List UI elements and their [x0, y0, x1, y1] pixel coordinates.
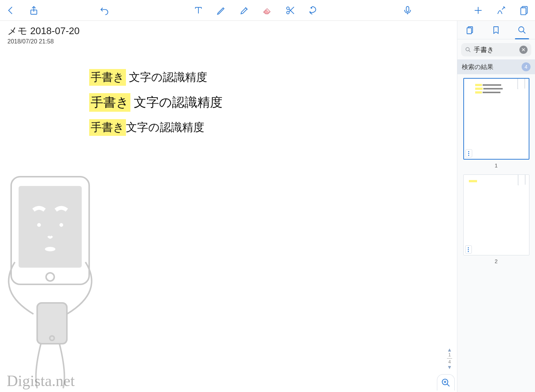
- svg-point-11: [59, 223, 63, 227]
- text-tool-button[interactable]: [192, 4, 205, 17]
- add-button[interactable]: [472, 4, 484, 17]
- page-total: 4: [444, 359, 455, 365]
- svg-rect-17: [467, 28, 471, 34]
- scissors-tool-button[interactable]: [284, 4, 297, 17]
- note-canvas[interactable]: メモ 2018-07-20 2018/07/20 21:58 手書き 文字の認識…: [0, 21, 457, 392]
- page-down-button[interactable]: ▼: [444, 365, 455, 370]
- note-timestamp: 2018/07/20 21:58: [7, 38, 450, 45]
- page-up-button[interactable]: ▲: [444, 347, 455, 352]
- svg-rect-13: [37, 303, 67, 344]
- bookmark-ribbon-icon: [518, 79, 525, 89]
- handwriting-line-1: 手書き 文字の認識精度: [89, 69, 207, 86]
- mic-button[interactable]: [401, 4, 414, 17]
- results-label: 検索の結果: [462, 63, 493, 71]
- page-options-button[interactable]: [465, 245, 472, 254]
- note-header: メモ 2018-07-20 2018/07/20 21:58: [0, 21, 457, 46]
- watermark-text: Digista.net: [7, 372, 75, 390]
- page-thumbnail-2[interactable]: [463, 174, 529, 255]
- back-button[interactable]: [4, 4, 17, 17]
- bookmark-ribbon-icon: [518, 175, 525, 185]
- thumbnail-list: 1 2: [457, 74, 535, 274]
- undo-button[interactable]: [98, 4, 111, 17]
- sidebar-tabs: [457, 21, 535, 39]
- handwriting-line-3: 手書き文字の認識精度: [89, 119, 204, 136]
- mascot-illustration: [0, 169, 111, 392]
- zoom-in-button[interactable]: [437, 374, 455, 391]
- page-navigator: ▲ 1 4 ▼: [444, 347, 455, 370]
- svg-point-10: [37, 223, 41, 227]
- search-query-text: 手書き: [474, 45, 519, 54]
- search-icon: [465, 46, 471, 53]
- pages-panel-button[interactable]: [518, 4, 531, 17]
- top-toolbar: [0, 0, 535, 21]
- pen-tool-button[interactable]: [215, 4, 228, 17]
- svg-point-1: [287, 7, 289, 9]
- note-title: メモ 2018-07-20: [7, 24, 450, 37]
- svg-rect-4: [406, 6, 409, 12]
- page-options-button[interactable]: [466, 149, 472, 157]
- share-button[interactable]: [27, 4, 40, 17]
- bookmarks-tab[interactable]: [490, 24, 502, 36]
- eraser-tool-button[interactable]: [261, 4, 274, 17]
- thumbnail-number: 1: [461, 163, 531, 169]
- svg-point-2: [287, 11, 289, 14]
- settings-button[interactable]: [495, 4, 508, 17]
- highlighter-tool-button[interactable]: [238, 4, 251, 17]
- svg-point-3: [311, 7, 312, 8]
- search-highlight: 手書き: [89, 119, 126, 136]
- search-highlight: 手書き: [89, 93, 130, 112]
- svg-point-12: [45, 247, 55, 251]
- svg-point-19: [466, 48, 469, 51]
- lasso-tool-button[interactable]: [307, 4, 320, 17]
- handwriting-line-2: 手書き 文字の認識精度: [89, 93, 223, 112]
- thumbnail-number: 2: [461, 258, 531, 264]
- search-highlight: 手書き: [89, 69, 126, 86]
- sidebar-panel: 手書き ✕ 検索の結果 4 1: [457, 21, 535, 392]
- svg-rect-8: [19, 186, 82, 268]
- search-tab[interactable]: [516, 24, 528, 36]
- results-count-badge: 4: [522, 62, 531, 71]
- thumbnails-tab[interactable]: [465, 24, 476, 36]
- svg-rect-6: [521, 8, 526, 15]
- search-results-header: 検索の結果 4: [457, 59, 535, 74]
- svg-point-18: [519, 27, 524, 32]
- page-thumbnail-1[interactable]: [463, 78, 529, 160]
- search-field[interactable]: 手書き ✕: [461, 43, 531, 56]
- clear-search-button[interactable]: ✕: [519, 46, 528, 54]
- page-current: 1: [444, 352, 455, 357]
